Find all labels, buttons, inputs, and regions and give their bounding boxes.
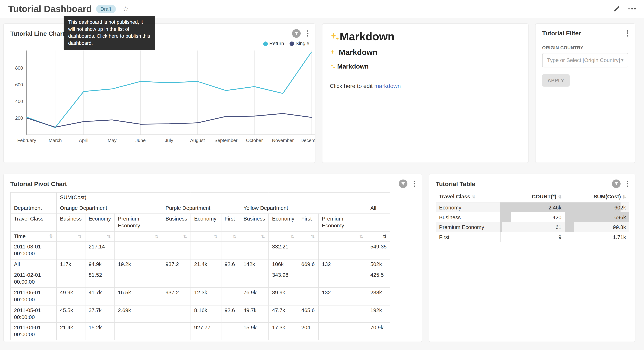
pivot-cell: 465.6: [298, 305, 318, 323]
more-icon[interactable]: [628, 6, 636, 11]
pivot-cell: [114, 242, 162, 259]
filter-indicator-icon[interactable]: [399, 179, 408, 188]
dashboard-page: Tutorial Dashboard Draft ☆ This dashboar…: [0, 0, 644, 350]
pivot-cell: 12.3k: [191, 288, 221, 305]
pivot-cell: [318, 270, 367, 288]
pivot-col-header: Economy: [85, 214, 114, 231]
pivot-cell: ⇅: [367, 231, 390, 242]
pivot-cell: Department: [10, 203, 56, 214]
chart-title: Tutorial Line Chart: [10, 30, 64, 37]
pivot-col-header: Economy: [191, 214, 221, 231]
markdown-edit-link[interactable]: markdown: [374, 82, 401, 89]
sort-icon[interactable]: ⇅: [311, 234, 315, 239]
sparkles-icon: [330, 64, 336, 70]
pivot-cell: 45.5k: [56, 305, 85, 323]
table-cell-travel-class: First: [436, 232, 500, 242]
pivot-cell: 39.9k: [269, 288, 298, 305]
pivot-cell: [221, 322, 240, 340]
pivot-cell: 94.9k: [85, 259, 114, 270]
sort-icon[interactable]: ⇅: [261, 234, 265, 239]
pivot-cell: [318, 242, 367, 259]
pivot-cell: 49.9k: [56, 288, 85, 305]
pivot-cell: 37.7k: [85, 305, 114, 323]
pivot-cell: [162, 305, 191, 323]
pivot-cell: 937.2: [162, 259, 191, 270]
pivot-cell: [298, 242, 318, 259]
legend-label: Return: [269, 40, 284, 46]
svg-text:December: December: [300, 138, 316, 143]
pivot-cell: [162, 242, 191, 259]
pivot-cell: [318, 322, 367, 340]
edit-icon[interactable]: [613, 5, 620, 12]
sort-icon[interactable]: ⇅: [472, 194, 475, 199]
pivot-col-header: Economy: [269, 214, 298, 231]
sort-icon[interactable]: ⇅: [214, 234, 218, 239]
sort-icon[interactable]: ⇅: [290, 234, 294, 239]
svg-text:800: 800: [15, 65, 23, 71]
sort-icon[interactable]: ⇅: [232, 234, 236, 239]
sort-icon[interactable]: ⇅: [78, 234, 82, 239]
star-icon[interactable]: ☆: [123, 5, 129, 12]
pivot-cell: 21.4k: [56, 322, 85, 340]
pivot-row-label: 2011-03-01 00:00:00: [10, 242, 56, 259]
sort-icon[interactable]: ⇅: [359, 234, 363, 239]
pivot-cell: 21.4k: [191, 259, 221, 270]
pivot-cell: 15.9k: [240, 322, 269, 340]
table-cell-sum: 1.71k: [565, 232, 629, 242]
sort-icon[interactable]: ⇅: [622, 194, 626, 199]
sort-icon[interactable]: ⇅: [49, 233, 53, 239]
origin-country-select[interactable]: Type or Select [Origin Country] ▾: [542, 53, 628, 67]
pivot-cell: 669.6: [298, 259, 318, 270]
pivot-cell: Time⇅: [10, 231, 56, 242]
filter-indicator-icon[interactable]: [612, 179, 621, 188]
markdown-h2-text: Markdown: [339, 48, 378, 57]
pivot-cell: [240, 270, 269, 288]
draft-badge[interactable]: Draft: [96, 5, 116, 13]
pivot-col-header: Premium Economy: [318, 214, 367, 231]
filter-indicator-icon[interactable]: [292, 29, 301, 38]
legend-dot: [263, 41, 268, 46]
pivot-cell: [114, 322, 162, 340]
pivot-cell: 425.5: [367, 270, 390, 288]
svg-text:February: February: [17, 138, 36, 143]
sort-icon[interactable]: ⇅: [558, 194, 562, 199]
sort-icon[interactable]: ⇅: [107, 234, 111, 239]
filter-title: Tutorial Filter: [542, 30, 581, 37]
table-cell-travel-class: Premium Economy: [436, 222, 500, 232]
svg-text:August: August: [190, 138, 205, 143]
table-header-travel-class[interactable]: Travel Class⇅: [436, 191, 500, 202]
apply-button[interactable]: APPLY: [542, 74, 570, 87]
kebab-menu-icon[interactable]: [412, 180, 417, 188]
pivot-cell: 19.2k: [114, 259, 162, 270]
pivot-cell: [114, 270, 162, 288]
markdown-body: Markdown Markdown Markdown Click here to…: [322, 24, 528, 96]
svg-text:200: 200: [15, 115, 23, 121]
pivot-cell: 204: [298, 322, 318, 340]
legend-item[interactable]: Single: [289, 40, 309, 46]
table-header-label: Travel Class: [439, 193, 470, 200]
kebab-menu-icon[interactable]: [625, 29, 630, 37]
table-header-sum-cost[interactable]: SUM(Cost)⇅: [565, 191, 629, 202]
pivot-col-header: Business: [240, 214, 269, 231]
top-bar: Tutorial Dashboard Draft ☆: [0, 0, 644, 18]
pivot-cell: [221, 288, 240, 305]
sort-icon[interactable]: ⇅: [183, 234, 187, 239]
markdown-h1: Markdown: [330, 30, 521, 43]
legend-item[interactable]: Return: [263, 40, 284, 46]
pivot-cell: [56, 242, 85, 259]
kebab-menu-icon[interactable]: [625, 180, 630, 188]
pivot-cell: 16.5k: [114, 288, 162, 305]
table-cell-count: 61: [500, 222, 565, 232]
pivot-cell: 8.16k: [191, 305, 221, 323]
pivot-cell: ⇅: [191, 231, 221, 242]
table-cell-sum: 99.8k: [565, 222, 629, 232]
table-header-count[interactable]: COUNT(*)⇅: [500, 191, 565, 202]
kebab-menu-icon[interactable]: [305, 30, 310, 38]
sort-icon[interactable]: ⇅: [383, 234, 387, 239]
pivot-cell: ⇅: [240, 231, 269, 242]
pivot-cell: ⇅: [269, 231, 298, 242]
chart-legend: ReturnSingle: [4, 40, 315, 46]
markdown-card: Markdown Markdown Markdown Click here to…: [322, 24, 528, 163]
pivot-col-header: Business: [162, 214, 191, 231]
sort-icon[interactable]: ⇅: [154, 234, 158, 239]
